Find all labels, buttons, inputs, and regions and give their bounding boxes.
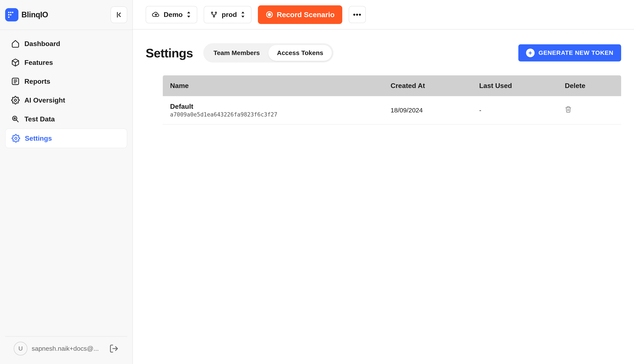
- svg-point-13: [14, 118, 16, 119]
- topbar: Demo prod Record Scenario •••: [133, 0, 634, 30]
- project-selector[interactable]: Demo: [146, 6, 197, 23]
- delete-token-button[interactable]: [565, 106, 572, 113]
- table-header-row: Name Created At Last Used Delete: [163, 75, 621, 96]
- svg-point-14: [15, 137, 17, 140]
- svg-line-12: [16, 120, 18, 122]
- sidebar-nav: Dashboard Features Reports AI Oversight: [0, 30, 132, 336]
- sidebar-item-ai-oversight[interactable]: AI Oversight: [5, 91, 127, 110]
- brand-name: BlinqIO: [22, 10, 48, 19]
- cell-last-used: -: [472, 96, 558, 124]
- table-row: Default a7009a0e5d1ea643226fa9823f6c3f27…: [163, 96, 621, 124]
- content: Name Created At Last Used Delete Default…: [133, 67, 634, 138]
- sidebar: BlinqIO Dashboard Features: [0, 0, 133, 364]
- user-avatar[interactable]: U: [14, 342, 28, 356]
- sidebar-item-dashboard[interactable]: Dashboard: [5, 34, 127, 53]
- svg-point-21: [268, 13, 271, 16]
- sort-icon: [186, 12, 191, 18]
- project-label: Demo: [164, 11, 183, 19]
- home-icon: [11, 40, 20, 48]
- tab-label: Team Members: [214, 49, 260, 56]
- column-last-used: Last Used: [472, 75, 558, 96]
- column-created-at: Created At: [384, 75, 472, 96]
- tokens-table: Name Created At Last Used Delete Default…: [163, 75, 621, 124]
- generate-label: GENERATE NEW TOKEN: [538, 50, 614, 56]
- tab-access-tokens[interactable]: Access Tokens: [268, 45, 332, 61]
- logout-button[interactable]: [109, 344, 119, 353]
- list-icon: [11, 77, 20, 86]
- sidebar-item-label: Features: [24, 59, 53, 66]
- dots-icon: •••: [353, 11, 362, 19]
- sidebar-item-label: Dashboard: [24, 40, 60, 48]
- cell-delete: [558, 96, 621, 124]
- more-menu-button[interactable]: •••: [349, 6, 366, 23]
- svg-rect-4: [10, 14, 11, 16]
- token-name: Default: [170, 102, 376, 110]
- record-icon: [266, 11, 273, 18]
- sidebar-item-reports[interactable]: Reports: [5, 72, 127, 91]
- svg-rect-1: [10, 12, 11, 13]
- token-hash: a7009a0e5d1ea643226fa9823f6c3f27: [170, 111, 376, 118]
- trash-icon: [565, 106, 572, 113]
- cell-created-at: 18/09/2024: [384, 96, 472, 124]
- tab-label: Access Tokens: [277, 49, 323, 56]
- sort-icon: [241, 12, 245, 18]
- branch-icon: [210, 11, 218, 18]
- sidebar-item-features[interactable]: Features: [5, 53, 127, 72]
- logout-icon: [109, 344, 119, 353]
- sidebar-footer: U sapnesh.naik+docs@...: [5, 336, 127, 364]
- svg-rect-5: [8, 16, 10, 18]
- user-email: sapnesh.naik+docs@...: [32, 345, 105, 352]
- svg-rect-3: [8, 14, 10, 16]
- brand-badge-icon: [5, 8, 18, 22]
- sidebar-item-label: Settings: [25, 134, 52, 142]
- search-data-icon: [11, 115, 20, 123]
- settings-tabs: Team Members Access Tokens: [203, 43, 334, 62]
- cloud-icon: [152, 11, 160, 18]
- record-scenario-button[interactable]: Record Scenario: [258, 5, 342, 24]
- main: Demo prod Record Scenario ••• Settings T…: [133, 0, 634, 364]
- sidebar-header: BlinqIO: [0, 0, 132, 30]
- svg-rect-2: [12, 12, 13, 13]
- page-header: Settings Team Members Access Tokens + GE…: [133, 30, 634, 67]
- page-title: Settings: [146, 46, 193, 60]
- gear-icon: [11, 96, 20, 104]
- settings-icon: [12, 134, 20, 142]
- sidebar-item-label: Test Data: [24, 115, 55, 123]
- sidebar-item-test-data[interactable]: Test Data: [5, 110, 127, 128]
- record-label: Record Scenario: [277, 10, 334, 19]
- sidebar-item-settings[interactable]: Settings: [5, 128, 127, 148]
- column-delete: Delete: [558, 75, 621, 96]
- avatar-initial: U: [18, 345, 23, 352]
- generate-token-button[interactable]: + GENERATE NEW TOKEN: [518, 44, 621, 62]
- environment-label: prod: [222, 11, 237, 19]
- plus-circle-icon: +: [526, 48, 534, 57]
- brand-logo[interactable]: BlinqIO: [5, 8, 48, 22]
- svg-point-10: [14, 99, 16, 101]
- sidebar-item-label: AI Oversight: [24, 96, 65, 104]
- collapse-sidebar-button[interactable]: [110, 6, 127, 23]
- svg-rect-0: [8, 12, 10, 13]
- environment-selector[interactable]: prod: [204, 6, 252, 23]
- cell-name: Default a7009a0e5d1ea643226fa9823f6c3f27: [163, 96, 384, 124]
- column-name: Name: [163, 75, 384, 96]
- tab-team-members[interactable]: Team Members: [205, 45, 268, 61]
- sidebar-item-label: Reports: [24, 78, 50, 86]
- chevron-bar-left-icon: [115, 11, 122, 18]
- cube-icon: [11, 58, 20, 67]
